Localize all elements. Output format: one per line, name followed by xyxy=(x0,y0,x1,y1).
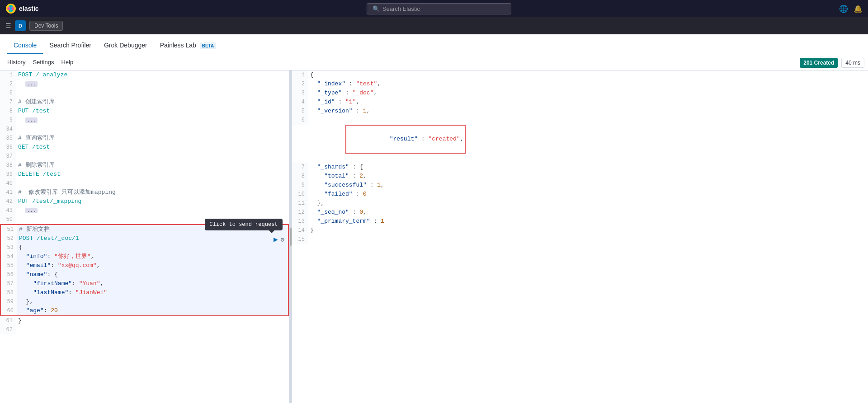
table-row: 40 xyxy=(0,179,289,188)
top-navigation: elastic 🔍 Search Elastic 🌐 🔔 xyxy=(0,0,868,17)
beta-badge: BETA xyxy=(200,42,216,49)
table-row: 52 POST /test/_doc/1 xyxy=(1,234,288,243)
elastic-logo[interactable]: elastic xyxy=(5,3,39,14)
table-row: 34 xyxy=(0,125,289,134)
tab-painless-lab[interactable]: Painless Lab BETA xyxy=(154,37,223,54)
table-row: 37 xyxy=(0,152,289,161)
settings-button[interactable]: Settings xyxy=(33,59,54,66)
table-row: 7 "_shards" : { xyxy=(292,163,868,172)
second-navigation: ☰ D Dev Tools xyxy=(0,17,868,34)
table-row: 35 # 查询索引库 xyxy=(0,134,289,143)
table-row: 15 xyxy=(292,235,868,244)
nav-left: elastic xyxy=(5,3,39,14)
table-row: 11 }, xyxy=(292,199,868,208)
table-row: 43 ... xyxy=(0,206,289,215)
request-editor[interactable]: 1 POST /_analyze 2 ... 6 7 # 创建索引库 8 PUT… xyxy=(0,70,289,403)
request-actions: Click to send request ▶ ⚙ xyxy=(274,235,284,244)
table-row: 55 "email": "xx@qq.com", xyxy=(1,261,288,270)
hamburger-icon[interactable]: ☰ xyxy=(5,22,11,29)
table-row: 61 } xyxy=(0,316,289,325)
table-row: 62 xyxy=(0,325,289,334)
table-row: 8 "total" : 2, xyxy=(292,172,868,181)
user-avatar[interactable]: D xyxy=(15,20,26,31)
table-row: 6 "result" : "created", xyxy=(292,116,868,163)
table-row: 6 xyxy=(0,89,289,98)
tab-console[interactable]: Console xyxy=(7,37,43,54)
elastic-logo-icon xyxy=(5,3,16,14)
resize-indicator xyxy=(290,228,292,246)
result-highlight: "result" : "created", xyxy=(345,125,465,154)
table-row: 38 # 删除索引库 xyxy=(0,161,289,170)
tab-grok-debugger[interactable]: Grok Debugger xyxy=(98,37,154,54)
table-row: 2 ... xyxy=(0,80,289,89)
table-row: 1 { xyxy=(292,70,868,80)
tab-bar: Console Search Profiler Grok Debugger Pa… xyxy=(0,34,868,54)
table-row: 2 "_index" : "test", xyxy=(292,80,868,89)
dev-tools-button[interactable]: Dev Tools xyxy=(29,21,63,31)
globe-icon[interactable]: 🌐 xyxy=(839,5,848,13)
table-row: 14 } xyxy=(292,226,868,235)
help-button[interactable]: Help xyxy=(61,59,73,66)
search-icon: 🔍 xyxy=(373,5,380,12)
request-settings-icon[interactable]: ⚙ xyxy=(281,236,284,244)
search-placeholder: Search Elastic xyxy=(382,5,420,12)
table-row: 8 PUT /test xyxy=(0,107,289,116)
table-row: 41 # 修改索引库 只可以添加mapping xyxy=(0,188,289,197)
table-row: 9 "successful" : 1, xyxy=(292,181,868,190)
response-content: 1 { 2 "_index" : "test", 3 "_type" : "_d… xyxy=(292,70,868,244)
status-bar: 201 Created 40 ms xyxy=(796,58,868,68)
table-row: 12 "_seq_no" : 0, xyxy=(292,208,868,217)
table-row: 53 { xyxy=(1,243,288,252)
main-editor-area: 1 POST /_analyze 2 ... 6 7 # 创建索引库 8 PUT… xyxy=(0,70,868,403)
response-editor: 1 { 2 "_index" : "test", 3 "_type" : "_d… xyxy=(292,70,868,403)
table-row: 58 "lastName": "JianWei" xyxy=(1,288,288,297)
notification-icon[interactable]: 🔔 xyxy=(854,5,863,13)
highlighted-request-block: Click to send request ▶ ⚙ 51 # 新增文档 52 P… xyxy=(0,224,289,316)
status-created-badge: 201 Created xyxy=(800,58,838,68)
table-row: 54 "info": "你好，世界", xyxy=(1,252,288,261)
table-row: 56 "name": { xyxy=(1,270,288,279)
table-row: 36 GET /test xyxy=(0,143,289,152)
history-button[interactable]: History xyxy=(7,59,25,66)
editor-content: 1 POST /_analyze 2 ... 6 7 # 创建索引库 8 PUT… xyxy=(0,70,289,334)
table-row: 60 "age": 20 xyxy=(1,306,288,315)
svg-point-3 xyxy=(9,7,12,10)
global-search[interactable]: 🔍 Search Elastic xyxy=(367,3,511,14)
elastic-logo-text: elastic xyxy=(19,5,39,12)
table-row: 7 # 创建索引库 xyxy=(0,98,289,107)
table-row: 57 "firstName": "Yuan", xyxy=(1,279,288,288)
table-row: 4 "_id" : "1", xyxy=(292,98,868,107)
table-row: 13 "_primary_term" : 1 xyxy=(292,217,868,226)
table-row: 9 ... xyxy=(0,116,289,125)
table-row: 1 POST /_analyze xyxy=(0,70,289,80)
nav-right: 🌐 🔔 xyxy=(839,5,863,13)
editor-toolbar: History Settings Help xyxy=(0,54,868,70)
send-request-tooltip: Click to send request xyxy=(205,219,282,230)
tab-search-profiler[interactable]: Search Profiler xyxy=(43,37,98,54)
table-row: 59 }, xyxy=(1,297,288,306)
tooltip-container: Click to send request ▶ xyxy=(274,235,278,244)
response-time: 40 ms xyxy=(841,58,864,68)
table-row: 3 "_type" : "_doc", xyxy=(292,89,868,98)
run-button[interactable]: ▶ xyxy=(274,236,278,244)
table-row: 39 DELETE /test xyxy=(0,170,289,179)
table-row: 10 "failed" : 0 xyxy=(292,190,868,199)
table-row: 42 PUT /test/_mapping xyxy=(0,197,289,206)
table-row: 5 "_version" : 1, xyxy=(292,107,868,116)
